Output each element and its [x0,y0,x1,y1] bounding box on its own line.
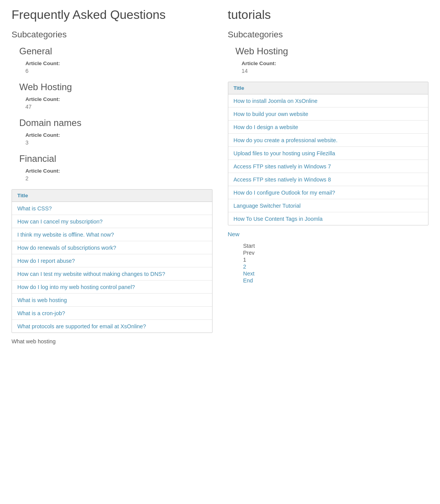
financial-count-label: Article Count: [25,168,212,174]
table-row: Upload files to your hosting using Filez… [228,147,428,160]
pagination-page2[interactable]: 2 [243,264,429,270]
pagination-prev: Prev [243,250,429,256]
article-link[interactable]: How to install Joomla on XsOnline [234,98,318,104]
table-row: How do I log into my web hosting control… [12,281,212,294]
article-link[interactable]: What is CSS? [17,205,52,212]
pagination-next[interactable]: Next [243,270,429,277]
financial-count-value: 2 [25,175,212,181]
article-link[interactable]: How do renewals of subscriptions work? [17,245,116,251]
table-row: What protocols are supported for email a… [12,320,212,333]
pagination-end[interactable]: End [243,277,429,284]
table-row: How To Use Content Tags in Joomla [228,212,428,225]
right-column: tutorials Subcategories Web Hosting Arti… [228,8,429,284]
table-row: How can I test my website without making… [12,267,212,281]
right-table-header: Title [228,82,428,94]
pagination-start: Start [243,243,429,249]
article-link[interactable]: How do you create a professional website… [234,137,338,143]
table-row: How do I configure Outlook for my email? [228,186,428,199]
table-row: How to install Joomla on XsOnline [228,94,428,108]
article-link[interactable]: How do I report abuse? [17,258,75,264]
bottom-text: What web hosting [12,338,212,344]
table-row: What is web hosting [12,294,212,307]
article-link[interactable]: What protocols are supported for email a… [17,323,146,329]
article-link[interactable]: Upload files to your hosting using Filez… [234,150,335,156]
article-link[interactable]: How do I configure Outlook for my email? [234,190,335,196]
article-link[interactable]: How do I design a website [234,124,298,130]
table-row: What is a cron-job? [12,307,212,320]
subcat-web-hosting-right: Web Hosting [236,46,429,57]
left-table: Title What is CSS? How can I cancel my s… [12,189,212,333]
table-row: Language Switcher Tutorial [228,199,428,212]
web-hosting-count-value-left: 47 [25,104,212,110]
table-row: How do you create a professional website… [228,134,428,147]
new-link[interactable]: New [228,231,429,237]
article-link[interactable]: I think my website is offline. What now? [17,232,114,238]
article-link[interactable]: What is a cron-job? [17,310,65,316]
right-subcategories-heading: Subcategories [228,30,429,40]
table-row: How can I cancel my subscription? [12,215,212,228]
subcat-financial: Financial [19,153,212,164]
right-title: tutorials [228,8,429,22]
left-column: Frequently Asked Questions Subcategories… [12,8,212,344]
article-link[interactable]: How to build your own website [234,111,308,117]
web-hosting-count-label-right: Article Count: [242,60,429,66]
article-link[interactable]: Access FTP sites natively in Windows 8 [234,176,331,183]
web-hosting-count-label-left: Article Count: [25,96,212,102]
article-link[interactable]: Language Switcher Tutorial [234,203,301,209]
general-count-value: 6 [25,68,212,74]
domain-count-label: Article Count: [25,132,212,138]
pagination-page1: 1 [243,257,429,263]
table-row: Access FTP sites natively in Windows 7 [228,160,428,173]
table-row: Access FTP sites natively in Windows 8 [228,173,428,186]
left-title: Frequently Asked Questions [12,8,212,22]
article-link[interactable]: What is web hosting [17,297,67,303]
article-link[interactable]: Access FTP sites natively in Windows 7 [234,163,331,170]
left-table-header: Title [12,190,212,202]
left-subcategories-heading: Subcategories [12,30,212,40]
table-row: How do renewals of subscriptions work? [12,241,212,254]
general-count-label: Article Count: [25,60,212,66]
article-link[interactable]: How do I log into my web hosting control… [17,284,135,290]
table-row: How to build your own website [228,108,428,121]
table-row: How do I report abuse? [12,254,212,267]
table-row: How do I design a website [228,121,428,134]
table-row: What is CSS? [12,202,212,215]
table-row: I think my website is offline. What now? [12,228,212,241]
article-link[interactable]: How can I cancel my subscription? [17,218,103,225]
subcat-domain-names: Domain names [19,118,212,128]
pagination: Start Prev 1 2 Next End [243,243,429,284]
web-hosting-count-value-right: 14 [242,68,429,74]
article-link[interactable]: How To Use Content Tags in Joomla [234,216,323,222]
right-table: Title How to install Joomla on XsOnline … [228,82,429,225]
domain-count-value: 3 [25,139,212,146]
article-link[interactable]: How can I test my website without making… [17,271,165,277]
subcat-web-hosting-left: Web Hosting [19,82,212,92]
subcat-general: General [19,46,212,57]
